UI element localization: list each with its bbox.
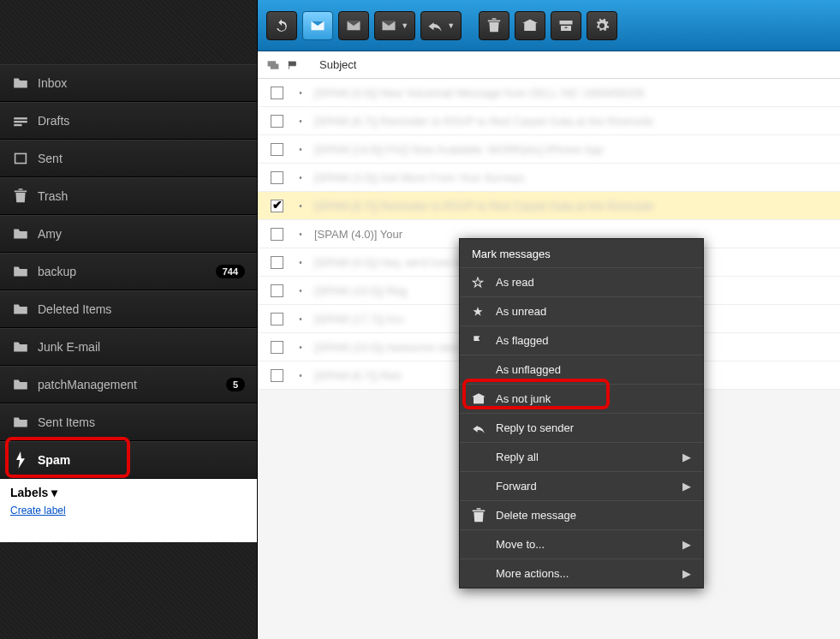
menu-item-reply-all[interactable]: Reply all▶ bbox=[460, 442, 703, 471]
folder-label: backup bbox=[38, 265, 76, 278]
subject-column-header[interactable]: Subject bbox=[313, 58, 831, 71]
folder-item-junk-e-mail[interactable]: Junk E-mail bbox=[0, 328, 257, 366]
message-subject: [SPAM (3.0)] Get More From Your Surveys bbox=[314, 171, 831, 184]
message-checkbox[interactable] bbox=[266, 143, 287, 156]
folder-label: Amy bbox=[38, 227, 62, 241]
message-checkbox[interactable] bbox=[266, 115, 287, 128]
menu-item-move-to[interactable]: Move to...▶ bbox=[460, 529, 703, 558]
menu-item-label: As read bbox=[496, 276, 691, 289]
folder-badge: 744 bbox=[216, 265, 245, 278]
trash-icon bbox=[472, 508, 487, 523]
labels-header[interactable]: Labels ▾ bbox=[10, 486, 247, 499]
submenu-arrow-icon: ▶ bbox=[682, 538, 691, 551]
mail-action-dropdown[interactable]: ▼ bbox=[374, 11, 415, 40]
menu-item-reply-to-sender[interactable]: Reply to sender bbox=[460, 413, 703, 442]
message-row[interactable]: •[SPAM (6.7)] Reminder to RSVP to Red Ca… bbox=[258, 192, 840, 220]
message-checkbox[interactable] bbox=[266, 171, 287, 184]
menu-item-delete-message[interactable]: Delete message bbox=[460, 500, 703, 529]
menu-item-label: Reply all bbox=[496, 451, 674, 463]
caret-down-icon: ▼ bbox=[401, 21, 408, 30]
bullet-icon: • bbox=[295, 230, 306, 239]
folder-item-amy[interactable]: Amy bbox=[0, 215, 257, 253]
reply-icon bbox=[472, 422, 487, 434]
message-checkbox[interactable] bbox=[266, 284, 287, 297]
message-row[interactable]: •[SPAM (3.0)] Get More From Your Surveys bbox=[258, 164, 840, 192]
menu-item-label: More actions... bbox=[496, 567, 674, 580]
menu-item-label: Reply to sender bbox=[496, 421, 691, 434]
folder-icon bbox=[12, 265, 29, 278]
folder-label: Spam bbox=[38, 453, 70, 467]
star-outline-icon bbox=[472, 277, 487, 289]
bullet-icon: • bbox=[295, 173, 306, 182]
folder-item-inbox[interactable]: Inbox bbox=[0, 64, 257, 102]
message-checkbox[interactable] bbox=[266, 87, 287, 99]
submenu-arrow-icon: ▶ bbox=[682, 480, 691, 493]
reply-dropdown[interactable]: ▼ bbox=[420, 11, 462, 40]
menu-item-as-flagged[interactable]: As flagged bbox=[460, 325, 703, 355]
toolbar: ▼ ▼ bbox=[258, 0, 840, 51]
flag-column-icon[interactable] bbox=[287, 59, 313, 71]
star-solid-icon bbox=[472, 306, 487, 318]
menu-item-forward[interactable]: Forward▶ bbox=[460, 471, 703, 500]
folder-icon bbox=[12, 378, 29, 391]
message-subject: [SPAM (6.7)] Reminder to RSVP to Red Car… bbox=[314, 200, 831, 212]
menu-item-label: Forward bbox=[496, 480, 674, 493]
labels-header-text: Labels bbox=[10, 486, 48, 499]
folder-item-sent[interactable]: Sent bbox=[0, 140, 257, 177]
notjunk-icon bbox=[472, 393, 487, 405]
message-row[interactable]: •[SPAM (4.8)] New Voicemail Message from… bbox=[258, 79, 840, 107]
message-row[interactable]: •[SPAM (14.6)] FAQ Now Available: WORK[e… bbox=[258, 135, 840, 164]
folder-item-spam[interactable]: Spam bbox=[0, 441, 257, 479]
delete-button[interactable] bbox=[479, 11, 509, 40]
bullet-icon: • bbox=[295, 88, 306, 98]
folder-icon bbox=[12, 76, 29, 90]
bullet-icon: • bbox=[295, 145, 306, 154]
mail-unread-button[interactable] bbox=[302, 11, 333, 40]
bullet-icon: • bbox=[295, 343, 306, 352]
folder-label: patchManagement bbox=[38, 378, 137, 391]
archive-button[interactable] bbox=[551, 11, 581, 40]
menu-item-more-actions[interactable]: More actions...▶ bbox=[460, 558, 703, 588]
folder-item-deleted-items[interactable]: Deleted Items bbox=[0, 290, 257, 328]
settings-button[interactable] bbox=[587, 11, 617, 40]
folder-list: InboxDraftsSentTrashAmybackup744Deleted … bbox=[0, 64, 257, 479]
folder-item-drafts[interactable]: Drafts bbox=[0, 102, 257, 140]
menu-item-as-read[interactable]: As read bbox=[460, 267, 703, 296]
folder-label: Inbox bbox=[38, 76, 67, 90]
folder-item-patchmanagement[interactable]: patchManagement5 bbox=[0, 366, 257, 403]
junk-button[interactable] bbox=[515, 11, 545, 40]
labels-section: Labels ▾ Create label bbox=[0, 479, 257, 542]
sidebar-top-spacer bbox=[0, 0, 257, 64]
folder-label: Junk E-mail bbox=[38, 340, 100, 354]
refresh-button[interactable] bbox=[266, 11, 297, 40]
bullet-icon: • bbox=[295, 286, 306, 296]
message-checkbox[interactable] bbox=[266, 228, 287, 241]
message-checkbox[interactable] bbox=[266, 369, 287, 382]
menu-item-label: Delete message bbox=[496, 509, 691, 522]
caret-down-icon: ▾ bbox=[51, 486, 57, 499]
folder-label: Sent Items bbox=[38, 415, 95, 429]
message-checkbox[interactable] bbox=[266, 341, 287, 354]
folder-icon bbox=[12, 227, 29, 241]
mail-read-button[interactable] bbox=[338, 11, 369, 40]
folder-item-backup[interactable]: backup744 bbox=[0, 253, 257, 290]
folder-badge: 5 bbox=[226, 378, 245, 391]
svg-rect-4 bbox=[15, 154, 25, 163]
message-checkbox[interactable] bbox=[266, 200, 287, 212]
message-row[interactable]: •[SPAM (6.7)] Reminder to RSVP to Red Ca… bbox=[258, 107, 840, 135]
folder-label: Sent bbox=[38, 152, 63, 165]
menu-item-as-not-junk[interactable]: As not junk bbox=[460, 384, 703, 413]
folder-item-sent-items[interactable]: Sent Items bbox=[0, 403, 257, 441]
message-subject: [SPAM (14.6)] FAQ Now Available: WORK[et… bbox=[314, 143, 831, 156]
message-checkbox[interactable] bbox=[266, 256, 287, 269]
menu-item-as-unread[interactable]: As unread bbox=[460, 296, 703, 325]
menu-item-as-unflagged[interactable]: As unflagged bbox=[460, 355, 703, 384]
folder-icon bbox=[12, 340, 29, 354]
flag-icon bbox=[472, 335, 487, 347]
message-checkbox[interactable] bbox=[266, 313, 287, 325]
submenu-arrow-icon: ▶ bbox=[682, 567, 691, 580]
create-label-link[interactable]: Create label bbox=[10, 505, 66, 517]
folder-item-trash[interactable]: Trash bbox=[0, 177, 257, 215]
thread-column-icon[interactable] bbox=[266, 59, 287, 71]
folder-icon bbox=[12, 415, 29, 429]
